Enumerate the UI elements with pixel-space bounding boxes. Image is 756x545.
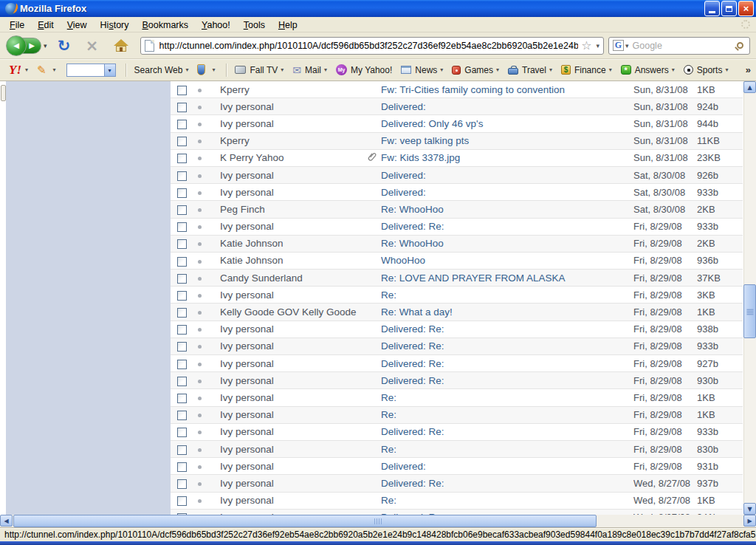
menu-bookmarks[interactable]: Bookmarks [136, 18, 196, 32]
email-checkbox[interactable] [177, 205, 187, 215]
email-subject-link[interactable]: Fw: Kids 3378.jpg [381, 152, 633, 163]
dropdown-arrow-icon[interactable]: ▾ [324, 66, 327, 73]
email-checkbox[interactable] [177, 445, 187, 455]
toolbar-travel[interactable]: Travel▾ [505, 64, 555, 77]
email-checkbox[interactable] [177, 360, 187, 369]
dropdown-arrow-icon[interactable]: ▾ [212, 66, 215, 73]
scroll-right-button[interactable]: ▶ [743, 515, 756, 527]
email-checkbox[interactable] [177, 120, 187, 129]
restore-button[interactable] [721, 1, 737, 16]
email-checkbox[interactable] [177, 394, 187, 403]
dropdown-arrow-icon[interactable]: ▾ [440, 66, 443, 73]
email-checkbox[interactable] [177, 171, 187, 181]
menu-history[interactable]: History [94, 18, 136, 32]
toolbar-my-yahoo[interactable]: MyMy Yahoo! [333, 63, 395, 77]
dropdown-arrow-icon[interactable]: ▾ [672, 66, 675, 73]
email-checkbox[interactable] [177, 137, 187, 146]
search-magnifier-icon[interactable] [737, 42, 743, 49]
email-checkbox[interactable] [177, 411, 187, 420]
reload-button[interactable]: ↻ [55, 37, 74, 55]
scroll-up-button[interactable]: ▲ [743, 81, 756, 93]
email-subject-link[interactable]: Delivered: [381, 170, 633, 181]
url-input[interactable]: http://ctunnel.com/index.php/1010110A/dc… [159, 41, 579, 51]
email-subject-link[interactable]: Delivered: Re: [381, 478, 633, 489]
email-subject-link[interactable]: Re: WhooHoo [381, 238, 633, 249]
email-checkbox[interactable] [177, 308, 187, 318]
email-subject-link[interactable]: Re: [381, 392, 633, 403]
history-dropdown-arrow[interactable]: ▾ [44, 42, 47, 49]
mini-scrollbar[interactable] [1, 85, 6, 101]
vertical-scroll-thumb[interactable] [743, 284, 756, 338]
toolbar-yahoo-logo-icon[interactable]: Y!▾ [6, 61, 31, 79]
vertical-scrollbar[interactable]: ▲ ▼ [743, 81, 756, 515]
menu-file[interactable]: File [3, 18, 31, 32]
email-checkbox[interactable] [177, 291, 187, 301]
toolbar-fall-tv[interactable]: Fall TV▾ [232, 64, 286, 77]
email-checkbox[interactable] [177, 239, 187, 249]
email-checkbox[interactable] [177, 325, 187, 335]
email-subject-link[interactable]: Re: [381, 289, 633, 301]
menu-view[interactable]: View [61, 18, 94, 32]
dropdown-arrow-icon[interactable]: ▾ [496, 66, 499, 73]
menu-edit[interactable]: Edit [31, 18, 61, 32]
email-checkbox[interactable] [177, 103, 187, 112]
dropdown-arrow-icon[interactable]: ▾ [53, 66, 56, 73]
home-button[interactable] [114, 40, 128, 52]
email-subject-link[interactable]: Delivered: Re: [381, 221, 633, 232]
email-subject-link[interactable]: Fw: Tri-Cities family coming to conventi… [381, 84, 633, 95]
email-checkbox[interactable] [177, 86, 187, 95]
dropdown-arrow-icon[interactable]: ▾ [725, 66, 728, 73]
email-subject-link[interactable]: Delivered: Re: [381, 323, 633, 335]
email-checkbox[interactable] [177, 188, 187, 198]
email-checkbox[interactable] [177, 428, 187, 437]
dropdown-arrow-icon[interactable]: ▾ [609, 66, 612, 73]
menu-help[interactable]: Help [272, 18, 304, 32]
menu-tools[interactable]: Tools [237, 18, 272, 32]
email-subject-link[interactable]: Re: [381, 495, 633, 506]
close-button[interactable]: × [738, 1, 754, 16]
email-subject-link[interactable]: Delivered: Re: [381, 375, 633, 386]
scroll-left-button[interactable]: ◀ [0, 515, 13, 527]
dropdown-arrow-icon[interactable]: ▾ [549, 66, 552, 73]
search-engine-dropdown-arrow[interactable]: ▾ [625, 42, 629, 49]
email-checkbox[interactable] [177, 342, 187, 352]
email-subject-link[interactable]: Delivered: Re: [381, 340, 633, 352]
email-subject-link[interactable]: Delivered: Only 46 vp's [381, 118, 633, 129]
bookmark-star-icon[interactable]: ☆ [581, 38, 591, 52]
email-subject-link[interactable]: Delivered: [381, 461, 633, 472]
horizontal-scroll-thumb[interactable] [13, 515, 597, 527]
back-button[interactable]: ◀ [6, 35, 27, 56]
horizontal-scrollbar[interactable]: ◀ ▶ [0, 515, 756, 527]
url-bar[interactable]: http://ctunnel.com/index.php/1010110A/dc… [140, 37, 604, 55]
toolbar-news[interactable]: News▾ [398, 64, 446, 77]
toolbar-shield-icon[interactable]: ▾ [194, 63, 218, 77]
email-subject-link[interactable]: Re: WhooHoo [381, 204, 633, 215]
toolbar-search-web[interactable]: Search Web▾ [131, 64, 192, 77]
toolbar-search-combo[interactable]: ▾ [66, 64, 116, 77]
email-checkbox[interactable] [177, 479, 187, 489]
scroll-down-button[interactable]: ▼ [743, 503, 756, 515]
search-input[interactable]: Google [633, 41, 737, 51]
dropdown-arrow-icon[interactable]: ▾ [281, 66, 284, 73]
email-checkbox[interactable] [177, 274, 187, 284]
email-subject-link[interactable]: Delivered: [381, 101, 633, 112]
email-subject-link[interactable]: WhooHoo [381, 255, 633, 266]
menu-yahoo[interactable]: Yahoo! [195, 18, 237, 32]
email-subject-link[interactable]: Delivered: [381, 187, 633, 198]
toolbar-finance[interactable]: $Finance▾ [558, 64, 615, 77]
dropdown-arrow-icon[interactable]: ▾ [25, 66, 28, 73]
email-subject-link[interactable]: Re: LOVE AND PRAYER FROM ALASKA [381, 272, 633, 284]
email-subject-link[interactable]: Delivered: Re: [381, 426, 633, 437]
email-checkbox[interactable] [177, 222, 187, 232]
toolbar-overflow-chevron[interactable]: » [746, 64, 751, 75]
minimize-button[interactable] [704, 1, 720, 16]
toolbar-mail[interactable]: ✉Mail▾ [289, 63, 330, 78]
email-subject-link[interactable]: Fw: veep talking pts [381, 135, 633, 146]
toolbar-games[interactable]: Games▾ [449, 64, 502, 77]
search-box[interactable]: G ▾ Google [608, 37, 750, 55]
email-checkbox[interactable] [177, 377, 187, 386]
toolbar-answers[interactable]: *Answers▾ [618, 64, 678, 77]
urlbar-dropdown-arrow[interactable]: ▾ [596, 42, 599, 49]
dropdown-arrow-icon[interactable]: ▾ [185, 66, 188, 73]
email-checkbox[interactable] [177, 257, 187, 267]
